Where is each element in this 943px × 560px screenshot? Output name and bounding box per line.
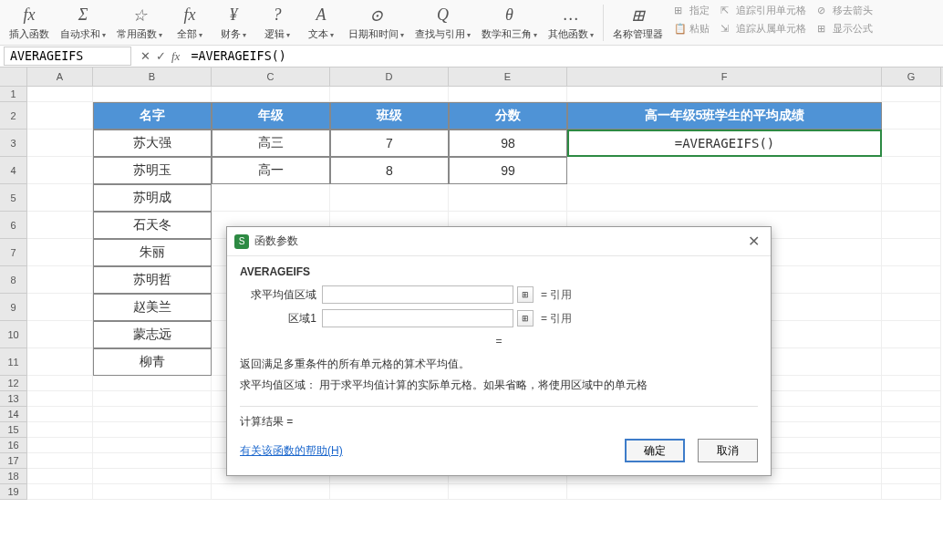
criteria-range1-input[interactable] [322, 309, 513, 327]
cell[interactable] [27, 130, 93, 157]
cell[interactable] [567, 157, 882, 184]
cell[interactable] [27, 469, 93, 484]
cell[interactable] [27, 239, 93, 266]
cell[interactable] [27, 294, 93, 321]
table-header[interactable]: 高一年级5班学生的平均成绩 [567, 102, 882, 130]
row-header-16[interactable]: 16 [0, 438, 27, 453]
col-header-D[interactable]: D [330, 67, 449, 86]
row-header-18[interactable]: 18 [0, 469, 27, 484]
cell[interactable] [27, 321, 93, 348]
range-picker-icon[interactable]: ⊞ [517, 286, 534, 303]
cell[interactable] [27, 453, 93, 469]
cell[interactable] [449, 484, 567, 500]
autosum-button[interactable]: Σ 自动求和 [55, 2, 111, 44]
name-box[interactable] [4, 47, 131, 66]
dialog-titlebar[interactable]: S 函数参数 ✕ [227, 227, 771, 256]
cell[interactable] [212, 184, 330, 212]
col-header-G[interactable]: G [882, 67, 941, 86]
cell[interactable] [567, 184, 882, 212]
cell[interactable] [882, 422, 941, 438]
col-header-C[interactable]: C [212, 67, 330, 86]
financial-button[interactable]: ¥ 财务 [212, 2, 255, 44]
cell[interactable]: 赵美兰 [93, 294, 212, 321]
cell[interactable] [27, 87, 93, 102]
row-header-7[interactable]: 7 [0, 239, 27, 266]
row-header-9[interactable]: 9 [0, 294, 27, 321]
cell[interactable] [27, 348, 93, 376]
cell[interactable]: 98 [449, 130, 567, 157]
cell[interactable] [212, 87, 330, 102]
cell[interactable] [93, 407, 212, 422]
cell[interactable]: 苏明玉 [93, 157, 212, 184]
row-header-10[interactable]: 10 [0, 321, 27, 348]
average-range-input[interactable] [322, 285, 513, 304]
row-header-6[interactable]: 6 [0, 212, 27, 239]
row-header-2[interactable]: 2 [0, 102, 27, 130]
cell[interactable] [93, 438, 212, 453]
cell[interactable] [27, 266, 93, 294]
row-header-17[interactable]: 17 [0, 453, 27, 469]
cell[interactable] [882, 407, 941, 422]
text-button[interactable]: A 文本 [299, 2, 343, 44]
cell[interactable]: 苏明成 [93, 184, 212, 212]
ok-button[interactable]: 确定 [625, 439, 685, 462]
all-functions-button[interactable]: fx 全部 [168, 2, 212, 44]
cell[interactable]: 高三 [212, 130, 330, 157]
trace-dependents-button[interactable]: ⇲追踪从属单元格 [715, 20, 812, 37]
cell[interactable] [330, 484, 449, 500]
col-header-A[interactable]: A [27, 67, 93, 86]
row-header-13[interactable]: 13 [0, 391, 27, 407]
cell[interactable] [882, 484, 941, 500]
cell[interactable]: 苏明哲 [93, 266, 212, 294]
datetime-button[interactable]: ⊙ 日期和时间 [343, 2, 409, 44]
select-all-corner[interactable] [0, 67, 27, 86]
row-header-14[interactable]: 14 [0, 407, 27, 422]
cell[interactable] [882, 321, 941, 348]
cell[interactable]: 99 [449, 157, 567, 184]
paste-button[interactable]: 📋粘贴 [668, 20, 715, 37]
trace-precedents-button[interactable]: ⇱追踪引用单元格 [715, 2, 812, 19]
cell[interactable] [882, 130, 941, 157]
logical-button[interactable]: ? 逻辑 [255, 2, 299, 44]
cell[interactable] [93, 391, 212, 407]
cell[interactable] [27, 102, 93, 130]
cell[interactable]: 石天冬 [93, 212, 212, 239]
cell[interactable] [93, 422, 212, 438]
row-header-4[interactable]: 4 [0, 157, 27, 184]
row-header-1[interactable]: 1 [0, 87, 27, 102]
remove-arrows-button[interactable]: ⊘移去箭头 [812, 2, 878, 19]
table-header[interactable]: 年级 [212, 102, 330, 130]
cell[interactable] [449, 184, 567, 212]
cell[interactable] [93, 376, 212, 391]
cell[interactable] [882, 102, 941, 130]
cell[interactable] [93, 484, 212, 500]
cell[interactable] [882, 184, 941, 212]
row-header-11[interactable]: 11 [0, 348, 27, 376]
close-icon[interactable]: ✕ [744, 233, 763, 250]
confirm-icon[interactable]: ✓ [156, 49, 166, 63]
cell[interactable] [882, 469, 941, 484]
cell[interactable]: 朱丽 [93, 239, 212, 266]
other-functions-button[interactable]: … 其他函数 [543, 2, 599, 44]
table-header[interactable]: 分数 [449, 102, 567, 130]
cell[interactable] [882, 294, 941, 321]
cell[interactable] [567, 87, 882, 102]
active-cell[interactable]: =AVERAGEIFS() [567, 130, 882, 157]
formula-input[interactable] [185, 47, 943, 65]
row-header-19[interactable]: 19 [0, 484, 27, 500]
range-picker-icon[interactable]: ⊞ [517, 310, 534, 327]
row-header-8[interactable]: 8 [0, 266, 27, 294]
row-header-12[interactable]: 12 [0, 376, 27, 391]
show-formulas-button[interactable]: ⊞显示公式 [812, 20, 878, 37]
cell[interactable]: 柳青 [93, 348, 212, 376]
cell[interactable] [27, 438, 93, 453]
row-header-5[interactable]: 5 [0, 184, 27, 212]
col-header-F[interactable]: F [567, 67, 882, 86]
cell[interactable]: 7 [330, 130, 449, 157]
cell[interactable]: 高一 [212, 157, 330, 184]
cell[interactable] [882, 391, 941, 407]
cell[interactable]: 苏大强 [93, 130, 212, 157]
table-header[interactable]: 名字 [93, 102, 212, 130]
cancel-icon[interactable]: ✕ [140, 49, 150, 63]
insert-function-button[interactable]: fx 插入函数 [4, 2, 55, 44]
